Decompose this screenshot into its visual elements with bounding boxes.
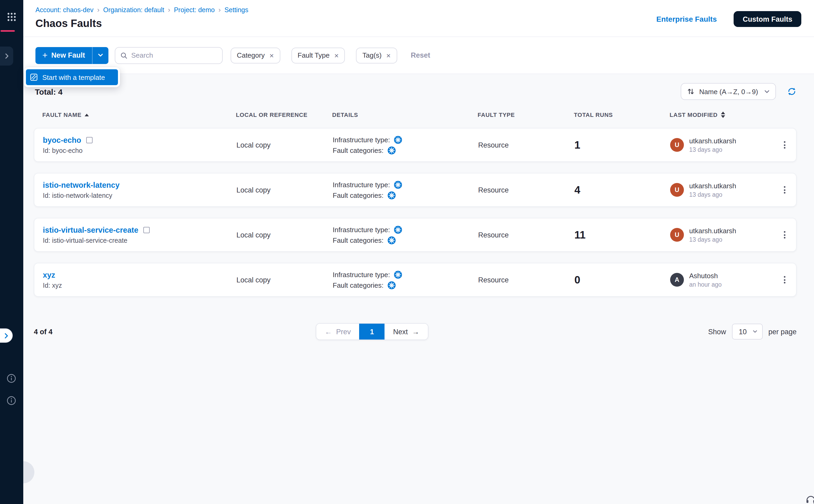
row-menu-button[interactable] bbox=[773, 272, 796, 288]
column-fault-name[interactable]: FAULT NAME bbox=[42, 112, 236, 118]
sort-arrows-icon bbox=[687, 88, 694, 95]
column-label: LAST MODIFIED bbox=[670, 112, 718, 118]
fault-id: Id: istio-network-latency bbox=[43, 192, 236, 199]
avatar: U bbox=[670, 183, 684, 197]
table-header-row: FAULT NAME LOCAL OR REFERENCE DETAILS FA… bbox=[34, 109, 797, 121]
kubernetes-icon bbox=[388, 146, 396, 154]
refresh-button[interactable] bbox=[787, 87, 797, 96]
breadcrumb: Account: chaos-dev › Organization: defau… bbox=[35, 6, 248, 14]
fault-type-value: Resource bbox=[478, 231, 574, 239]
page-size-controls: Show 10 per page bbox=[708, 324, 797, 340]
avatar: U bbox=[670, 138, 684, 152]
next-page-button[interactable]: Next → bbox=[385, 324, 428, 340]
chaos-faults-page: Account: chaos-dev › Organization: defau… bbox=[0, 0, 814, 504]
new-fault-dropdown-menu: Start with a template bbox=[24, 67, 120, 87]
infrastructure-type-label: Infrastructure type: bbox=[333, 271, 390, 278]
refresh-icon bbox=[787, 87, 797, 96]
column-label: FAULT NAME bbox=[42, 112, 81, 118]
close-icon[interactable]: × bbox=[334, 52, 339, 59]
kubernetes-icon bbox=[388, 236, 396, 244]
per-page-label: per page bbox=[768, 328, 797, 336]
kubernetes-icon bbox=[394, 181, 402, 189]
chevron-right-icon bbox=[4, 53, 9, 59]
filter-chip-category[interactable]: Category × bbox=[230, 47, 280, 63]
page-title: Chaos Faults bbox=[35, 17, 248, 30]
row-menu-button[interactable] bbox=[773, 182, 796, 198]
prev-label: Prev bbox=[336, 328, 351, 336]
support-headset-icon[interactable] bbox=[805, 494, 814, 504]
prev-page-button[interactable]: ← Prev bbox=[316, 324, 359, 340]
total-runs-value: 4 bbox=[574, 184, 670, 196]
modified-time: 13 days ago bbox=[689, 191, 736, 198]
fault-id: Id: byoc-echo bbox=[43, 147, 236, 154]
page-size-select[interactable]: 10 bbox=[732, 324, 762, 340]
header-left: Account: chaos-dev › Organization: defau… bbox=[35, 6, 248, 36]
fault-row: istio-virtual-service-create Id: istio-v… bbox=[34, 218, 797, 252]
infrastructure-type-label: Infrastructure type: bbox=[333, 136, 390, 144]
fault-type-value: Resource bbox=[478, 141, 574, 149]
modified-by: utkarsh.utkarsh bbox=[689, 227, 736, 235]
fault-name-link[interactable]: istio-virtual-service-create bbox=[43, 226, 138, 234]
new-fault-label: New Fault bbox=[51, 51, 85, 59]
infrastructure-type-label: Infrastructure type: bbox=[333, 181, 390, 189]
row-menu-button[interactable] bbox=[773, 137, 796, 153]
sort-dropdown[interactable]: Name (A→Z, 0→9) bbox=[681, 83, 776, 100]
pagination-count: 4 of 4 bbox=[34, 328, 53, 336]
chevron-down-icon bbox=[98, 53, 103, 57]
row-menu-button[interactable] bbox=[773, 227, 796, 243]
total-runs-value: 1 bbox=[574, 139, 670, 151]
arrow-right-icon: → bbox=[412, 328, 419, 336]
filter-chip-tags[interactable]: Tag(s) × bbox=[356, 47, 397, 63]
app-grid-icon[interactable] bbox=[7, 12, 16, 24]
reset-filters-button[interactable]: Reset bbox=[411, 51, 430, 59]
main-area: Account: chaos-dev › Organization: defau… bbox=[23, 0, 814, 504]
modified-by: Ashutosh bbox=[689, 272, 722, 280]
enterprise-faults-link[interactable]: Enterprise Faults bbox=[656, 15, 717, 23]
filter-chip-fault-type[interactable]: Fault Type × bbox=[291, 47, 345, 63]
fault-name-link[interactable]: istio-network-latency bbox=[43, 181, 120, 189]
filter-chip-label: Category bbox=[237, 51, 265, 59]
page-1-button[interactable]: 1 bbox=[359, 324, 385, 340]
faults-toolbar: + New Fault Start with a t bbox=[23, 37, 814, 74]
page-header: Account: chaos-dev › Organization: defau… bbox=[23, 0, 814, 37]
breadcrumb-organization[interactable]: Organization: default bbox=[103, 6, 164, 13]
chevron-down-icon bbox=[752, 330, 757, 333]
fault-type-value: Resource bbox=[478, 276, 574, 284]
new-fault-split-button: + New Fault bbox=[35, 47, 108, 64]
menu-item-label: Start with a template bbox=[42, 73, 105, 81]
search-input[interactable] bbox=[131, 51, 217, 59]
chevron-down-icon bbox=[764, 90, 770, 93]
info-icon[interactable] bbox=[7, 374, 16, 385]
total-runs-value: 0 bbox=[574, 274, 670, 286]
list-toolbar: Total: 4 Name (A→Z, 0→9) bbox=[34, 83, 797, 100]
menu-item-start-with-template[interactable]: Start with a template bbox=[26, 69, 118, 85]
close-icon[interactable]: × bbox=[386, 52, 391, 59]
last-modified-cell: A Ashutosh an hour ago bbox=[670, 272, 773, 288]
template-icon bbox=[30, 74, 38, 81]
new-fault-button[interactable]: + New Fault bbox=[35, 47, 92, 64]
modified-by: utkarsh.utkarsh bbox=[689, 182, 736, 190]
fault-name-link[interactable]: byoc-echo bbox=[43, 136, 81, 144]
chevron-right-icon bbox=[4, 332, 8, 339]
search-icon bbox=[120, 52, 127, 59]
help-icon[interactable] bbox=[7, 396, 16, 407]
column-total-runs: TOTAL RUNS bbox=[574, 112, 670, 118]
breadcrumb-settings[interactable]: Settings bbox=[225, 6, 248, 13]
fault-row: byoc-echo Id: byoc-echo Local copy Infra… bbox=[34, 128, 797, 162]
close-icon[interactable]: × bbox=[269, 52, 274, 59]
last-modified-cell: U utkarsh.utkarsh 13 days ago bbox=[670, 137, 773, 153]
fault-name-link[interactable]: xyz bbox=[43, 271, 55, 279]
fault-details: Infrastructure type: Fault categories: bbox=[333, 181, 478, 199]
local-or-reference-value: Local copy bbox=[236, 276, 333, 284]
custom-faults-button[interactable]: Custom Faults bbox=[734, 11, 801, 27]
fault-type-value: Resource bbox=[478, 186, 574, 194]
breadcrumb-account[interactable]: Account: chaos-dev bbox=[35, 6, 94, 13]
sidebar-expand-tab[interactable] bbox=[0, 47, 13, 66]
column-last-modified[interactable]: LAST MODIFIED bbox=[670, 112, 773, 118]
breadcrumb-project[interactable]: Project: demo bbox=[174, 6, 215, 13]
plus-icon: + bbox=[42, 51, 48, 60]
new-fault-dropdown-button[interactable] bbox=[92, 47, 108, 64]
nav-open-tab[interactable] bbox=[0, 328, 13, 343]
kubernetes-icon bbox=[388, 281, 396, 289]
sort-asc-icon bbox=[85, 113, 89, 116]
